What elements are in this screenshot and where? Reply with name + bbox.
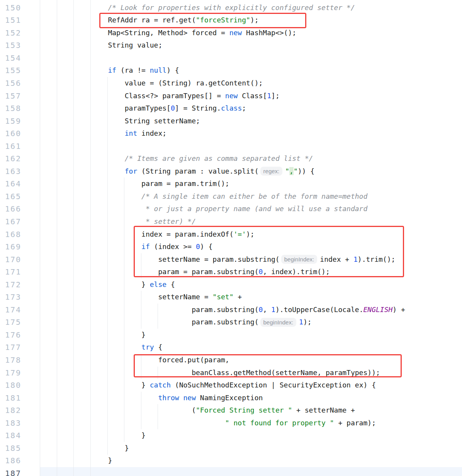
- line-number[interactable]: 181: [0, 392, 40, 404]
- code-token: else: [150, 280, 166, 288]
- code-line[interactable]: 160 int index;: [0, 127, 462, 140]
- code-line[interactable]: 171 param = param.substring(0, index).tr…: [0, 266, 462, 278]
- code-line[interactable]: 154: [0, 52, 462, 65]
- code-token: setterName = param.substring(: [158, 255, 279, 263]
- line-number[interactable]: 175: [0, 316, 40, 329]
- line-number[interactable]: 176: [0, 329, 40, 341]
- code-line[interactable]: 179 beanClass.getMethod(setterName, para…: [0, 367, 462, 379]
- code-line[interactable]: 172 } else {: [0, 278, 462, 291]
- parameter-hint-chip[interactable]: beginIndex:: [281, 255, 318, 264]
- code-token: index = param.indexOf(: [141, 230, 233, 238]
- code-line[interactable]: 151 RefAddr ra = ref.get("forceString");: [0, 14, 462, 27]
- indent-guide: [107, 77, 108, 455]
- line-number[interactable]: 168: [0, 228, 40, 241]
- code-line[interactable]: 175 param.substring(beginIndex:1);: [0, 316, 462, 329]
- code-line[interactable]: 178 forced.put(param,: [0, 354, 462, 367]
- line-number[interactable]: 180: [0, 379, 40, 392]
- code-token: (NoSuchMethodException | SecurityExcepti…: [171, 381, 376, 389]
- line-number[interactable]: 177: [0, 341, 40, 354]
- line-number[interactable]: 170: [0, 253, 40, 266]
- code-line[interactable]: 186 }: [0, 454, 462, 467]
- line-number[interactable]: 166: [0, 203, 40, 215]
- code-token: if: [108, 66, 116, 74]
- code-line[interactable]: 170 setterName = param.substring(beginIn…: [0, 253, 462, 266]
- code-line[interactable]: 159 String setterName;: [0, 115, 462, 128]
- code-token: NamingException: [196, 394, 263, 402]
- code-line[interactable]: 167 * setter) */: [0, 215, 462, 228]
- code-content: }: [40, 329, 462, 341]
- line-number[interactable]: 157: [0, 90, 40, 102]
- code-line[interactable]: 166 * or just a property name (and we wi…: [0, 203, 462, 215]
- line-number[interactable]: 174: [0, 304, 40, 316]
- line-number[interactable]: 182: [0, 404, 40, 417]
- line-number[interactable]: 158: [0, 102, 40, 115]
- code-line[interactable]: 183 " not found for property " + param);: [0, 417, 462, 430]
- code-line[interactable]: 165 /* A single item can either be of th…: [0, 190, 462, 203]
- code-line[interactable]: 181 throw new NamingException: [0, 392, 462, 404]
- line-number[interactable]: 155: [0, 64, 40, 77]
- code-line[interactable]: 184 }: [0, 429, 462, 442]
- line-number[interactable]: 185: [0, 442, 40, 455]
- code-line[interactable]: 180 } catch (NoSuchMethodException | Sec…: [0, 379, 462, 392]
- code-line[interactable]: 150 /* Look for properties with explicit…: [0, 2, 462, 14]
- code-line[interactable]: 185 }: [0, 442, 462, 455]
- parameter-hint-chip[interactable]: regex:: [260, 167, 283, 176]
- line-number[interactable]: 161: [0, 140, 40, 153]
- code-line[interactable]: 177 try {: [0, 341, 462, 354]
- line-number[interactable]: 178: [0, 354, 40, 367]
- code-line[interactable]: 174 param.substring(0, 1).toUpperCase(Lo…: [0, 304, 462, 316]
- code-content: index = param.indexOf('=');: [40, 228, 462, 241]
- code-line[interactable]: 187: [0, 467, 462, 476]
- line-number[interactable]: 186: [0, 454, 40, 467]
- code-token: Map<String, Method> forced =: [108, 29, 229, 37]
- line-number[interactable]: 184: [0, 429, 40, 442]
- line-number[interactable]: 169: [0, 241, 40, 253]
- line-number[interactable]: 164: [0, 177, 40, 190]
- line-number[interactable]: 165: [0, 190, 40, 203]
- line-number[interactable]: 159: [0, 115, 40, 128]
- line-number[interactable]: 183: [0, 417, 40, 430]
- line-number[interactable]: 179: [0, 367, 40, 379]
- code-token: HashMap<>();: [242, 29, 296, 37]
- code-token: }: [141, 280, 150, 288]
- code-line[interactable]: 158 paramTypes[0] = String.class;: [0, 102, 462, 115]
- code-token: + setterName +: [292, 406, 355, 414]
- indent-guide: [158, 367, 158, 379]
- code-token: " not found for property ": [225, 419, 334, 427]
- line-number[interactable]: 152: [0, 27, 40, 39]
- code-content: [40, 140, 462, 153]
- code-line[interactable]: 156 value = (String) ra.getContent();: [0, 77, 462, 90]
- code-line[interactable]: 161: [0, 140, 462, 153]
- line-number[interactable]: 167: [0, 215, 40, 228]
- code-line[interactable]: 182 ("Forced String setter " + setterNam…: [0, 404, 462, 417]
- code-token: value = (String) ra.getContent();: [125, 79, 263, 87]
- code-line[interactable]: 168 index = param.indexOf('=');: [0, 228, 462, 241]
- line-number[interactable]: 173: [0, 291, 40, 304]
- parameter-hint-chip[interactable]: beginIndex:: [260, 318, 297, 327]
- code-line[interactable]: 155 if (ra != null) {: [0, 64, 462, 77]
- code-line[interactable]: 153 String value;: [0, 39, 462, 52]
- line-number[interactable]: 156: [0, 77, 40, 90]
- line-number[interactable]: 163: [0, 165, 40, 178]
- code-line[interactable]: 163 for (String param : value.split(rege…: [0, 165, 462, 178]
- code-line[interactable]: 176 }: [0, 329, 462, 341]
- code-line[interactable]: 164 param = param.trim();: [0, 177, 462, 190]
- line-number[interactable]: 171: [0, 266, 40, 278]
- line-number[interactable]: 151: [0, 14, 40, 27]
- code-line[interactable]: 157 Class<?> paramTypes[] = new Class[1]…: [0, 90, 462, 102]
- code-content: forced.put(param,: [40, 354, 462, 367]
- code-token: throw: [158, 394, 179, 402]
- code-token: new: [229, 29, 242, 37]
- code-line[interactable]: 173 setterName = "set" +: [0, 291, 462, 304]
- line-number[interactable]: 160: [0, 127, 40, 140]
- line-number[interactable]: 153: [0, 39, 40, 52]
- code-line[interactable]: 152 Map<String, Method> forced = new Has…: [0, 27, 462, 39]
- code-token: ) +: [392, 305, 405, 314]
- line-number[interactable]: 172: [0, 278, 40, 291]
- line-number[interactable]: 187: [0, 467, 40, 476]
- code-line[interactable]: 169 if (index >= 0) {: [0, 241, 462, 253]
- line-number[interactable]: 154: [0, 52, 40, 65]
- line-number[interactable]: 150: [0, 2, 40, 14]
- line-number[interactable]: 162: [0, 152, 40, 165]
- code-line[interactable]: 162 /* Items are given as comma separate…: [0, 152, 462, 165]
